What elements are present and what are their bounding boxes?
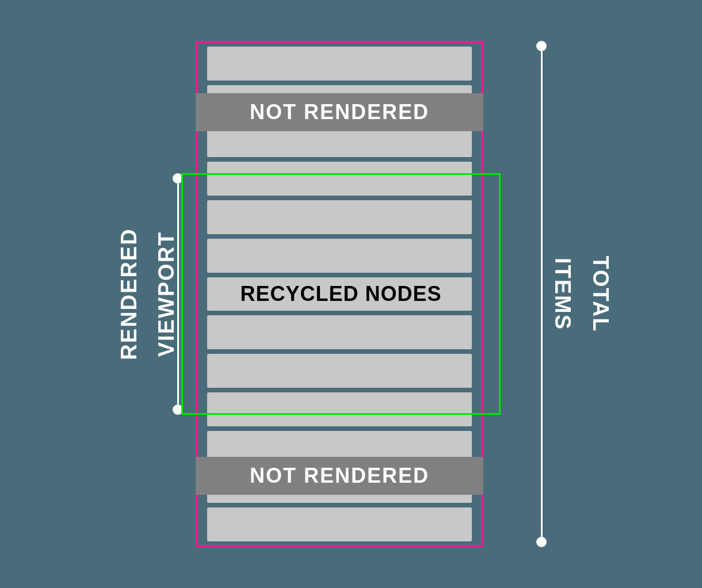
not-rendered-top-area: NOT RENDERED xyxy=(196,41,483,184)
total-bracket-dot-top xyxy=(536,41,547,51)
total-items-bracket xyxy=(536,41,547,547)
bracket-line xyxy=(177,184,179,404)
items-label: ITEMS xyxy=(550,258,574,330)
not-rendered-top-label: NOT RENDERED xyxy=(196,93,483,131)
total-bracket-line xyxy=(541,51,543,537)
not-rendered-bottom-label: NOT RENDERED xyxy=(196,457,483,495)
diagram-container: RENDERED VIEWPORT TOTAL ITEMS NO xyxy=(63,18,639,570)
rendered-label: RENDERED xyxy=(117,228,142,360)
not-rendered-bottom-area: NOT RENDERED xyxy=(196,404,483,547)
total-label: TOTAL xyxy=(588,255,613,332)
recycled-nodes-box xyxy=(181,173,501,415)
total-bracket-dot-bottom xyxy=(536,537,547,547)
